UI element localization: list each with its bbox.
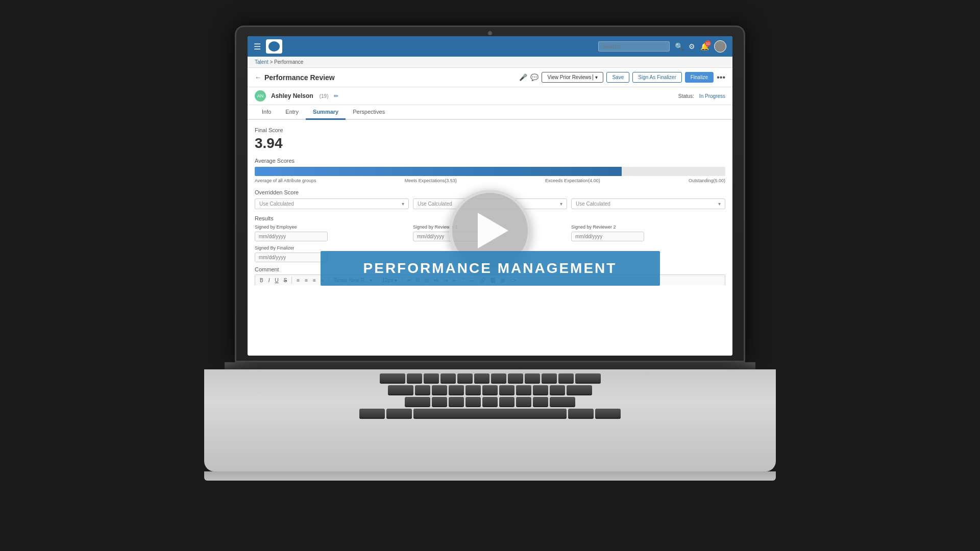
key-t — [474, 373, 489, 384]
key-ctrl-r — [595, 409, 621, 419]
key-shift-r — [550, 397, 575, 407]
finalize-button[interactable]: Finalize — [685, 72, 714, 83]
key-m — [533, 397, 548, 407]
screen-bezel: ☰ 🔍 ⚙ 🔔 10 — [235, 26, 745, 362]
key-w — [424, 373, 439, 384]
employee-id: (19) — [320, 93, 329, 99]
key-g — [482, 385, 498, 395]
keyboard-row-1 — [214, 373, 766, 384]
key-shift-l — [405, 397, 430, 407]
play-triangle-icon — [478, 213, 508, 248]
key-j — [516, 385, 531, 395]
screen-inner: ☰ 🔍 ⚙ 🔔 10 — [248, 36, 732, 356]
key-y — [491, 373, 506, 384]
back-button[interactable]: ← — [255, 73, 261, 81]
key-spacebar — [413, 409, 567, 419]
breadcrumb-talent[interactable]: Talent — [255, 59, 268, 65]
keyboard-row-4 — [214, 409, 766, 419]
key-caps — [388, 385, 413, 395]
tabs-bar: Info Entry Summary Perspectives — [248, 105, 732, 120]
key-a — [415, 385, 430, 395]
user-avatar[interactable] — [714, 40, 726, 53]
sub-header: AN Ashley Nelson (19) ✏ Status: In Progr… — [248, 87, 732, 105]
notification-bell[interactable]: 🔔 10 — [700, 42, 709, 51]
logo-icon — [268, 41, 280, 52]
key-v — [482, 397, 498, 407]
keyboard-row-2 — [214, 385, 766, 395]
key-alt-r — [568, 409, 594, 419]
key-n — [516, 397, 531, 407]
tab-info[interactable]: Info — [255, 105, 278, 120]
page-title: Performance Review — [264, 73, 519, 82]
key-k — [533, 385, 548, 395]
status-label: Status: — [678, 93, 694, 99]
status-value: In Progress — [699, 93, 725, 99]
laptop-bottom-strip — [204, 471, 776, 481]
hamburger-icon[interactable]: ☰ — [254, 42, 261, 52]
key-f — [465, 385, 481, 395]
key-tab — [380, 373, 405, 384]
settings-icon[interactable]: ⚙ — [689, 42, 695, 51]
search-input[interactable] — [598, 41, 670, 52]
notification-count: 10 — [705, 40, 711, 46]
search-icon[interactable]: 🔍 — [675, 42, 683, 51]
key-u — [508, 373, 523, 384]
tab-entry[interactable]: Entry — [278, 105, 306, 120]
employee-name: Ashley Nelson — [271, 92, 313, 99]
key-ctrl — [359, 409, 385, 419]
laptop-hinge — [225, 362, 755, 369]
breadcrumb: Talent > Performance — [248, 57, 732, 68]
app-logo[interactable] — [266, 39, 282, 54]
key-alt — [386, 409, 412, 419]
app-container: ☰ 🔍 ⚙ 🔔 10 — [248, 36, 732, 356]
tab-perspectives[interactable]: Perspectives — [346, 105, 392, 120]
key-r — [457, 373, 473, 384]
key-z — [432, 397, 447, 407]
video-overlay: PERFORMANCE MANAGEMENT — [248, 120, 732, 356]
key-enter — [567, 385, 592, 395]
employee-avatar: AN — [255, 90, 266, 102]
key-b — [499, 397, 514, 407]
key-o — [542, 373, 557, 384]
key-q — [407, 373, 422, 384]
video-title-banner: PERFORMANCE MANAGEMENT — [321, 251, 660, 286]
breadcrumb-performance: Performance — [274, 59, 303, 65]
more-options-icon[interactable]: ••• — [717, 73, 725, 82]
camera-dot — [488, 31, 492, 35]
nav-right-actions: 🔍 ⚙ 🔔 10 — [598, 40, 726, 53]
key-c — [465, 397, 481, 407]
nav-bar: ☰ 🔍 ⚙ 🔔 10 — [248, 36, 732, 57]
save-button[interactable]: Save — [606, 72, 629, 83]
keyboard-row-3 — [214, 397, 766, 407]
key-backspace — [575, 373, 601, 384]
view-prior-reviews-button[interactable]: View Prior Reviews ▾ — [542, 72, 603, 83]
key-l — [550, 385, 565, 395]
main-content: Final Score 3.94 Average Scores Average … — [248, 120, 732, 356]
key-e — [440, 373, 456, 384]
tab-summary[interactable]: Summary — [306, 105, 346, 120]
key-h — [499, 385, 514, 395]
microphone-icon[interactable]: 🎤 — [519, 73, 527, 81]
key-s — [432, 385, 447, 395]
chevron-down-icon: ▾ — [593, 74, 598, 80]
keyboard-area — [204, 369, 776, 471]
key-x — [449, 397, 464, 407]
laptop-frame: ☰ 🔍 ⚙ 🔔 10 — [194, 26, 786, 525]
key-p — [558, 373, 574, 384]
key-i — [525, 373, 540, 384]
page-header: ← Performance Review 🎤 💬 View Prior Revi… — [248, 68, 732, 87]
chat-icon[interactable]: 💬 — [530, 73, 538, 81]
key-d — [449, 385, 464, 395]
edit-employee-icon[interactable]: ✏ — [334, 93, 338, 99]
breadcrumb-separator: > — [270, 59, 274, 65]
header-actions: 🎤 💬 View Prior Reviews ▾ Save Sign As Fi… — [519, 72, 725, 83]
sign-as-finalizer-button[interactable]: Sign As Finalizer — [632, 72, 681, 83]
